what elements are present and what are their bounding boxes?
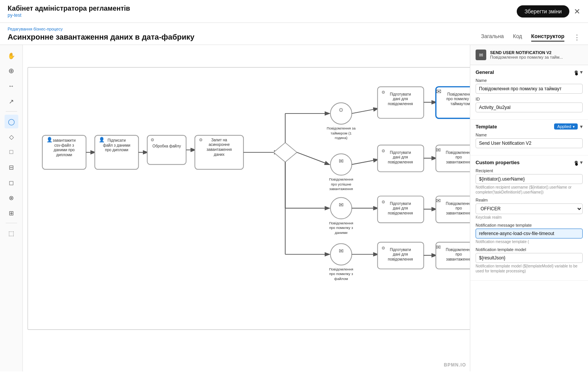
svg-text:про успішне: про успішне xyxy=(331,182,351,186)
tab-general[interactable]: Загальна xyxy=(481,33,504,42)
id-field-input[interactable] xyxy=(476,102,583,112)
svg-text:завантаження: завантаження xyxy=(446,160,470,164)
template-section-controls: Applied ▾ ▾ xyxy=(554,123,583,130)
svg-text:Повідомлення: Повідомлення xyxy=(446,202,470,206)
template-section-header: Template Applied ▾ ▾ xyxy=(476,123,583,130)
panel-header-icon: ✉ xyxy=(476,50,486,60)
svg-rect-79 xyxy=(436,196,470,223)
svg-text:Підготувати: Підготувати xyxy=(390,92,411,96)
svg-text:про помилку за: про помилку за xyxy=(446,97,470,101)
subprocess-tool-button[interactable]: ⊟ xyxy=(5,160,18,174)
realm-field-group: Realm OFFICER CITIZEN Keycloak realm xyxy=(476,198,583,220)
applied-badge-label: Applied xyxy=(557,124,571,129)
template-section: Template Applied ▾ ▾ Name xyxy=(470,120,588,155)
name-field-input[interactable] xyxy=(476,84,583,94)
sub-header: Редагування бізнес-процесу Асинхронне за… xyxy=(0,23,588,45)
svg-text:Запит на: Запит на xyxy=(211,138,227,142)
panel-header-title: SEND USER NOTIFICATION V2 xyxy=(490,50,583,55)
svg-text:Повідомлення: Повідомлення xyxy=(329,221,353,225)
close-button[interactable]: ✕ xyxy=(574,7,580,16)
svg-text:даних: даних xyxy=(214,152,224,157)
svg-text:повідомлення: повідомлення xyxy=(388,211,413,215)
select-tool-button[interactable]: ⬚ xyxy=(5,226,18,240)
rectangle-tool-button[interactable]: □ xyxy=(5,145,18,159)
svg-text:про помилку з: про помилку з xyxy=(329,272,353,276)
svg-text:дані для: дані для xyxy=(393,252,408,256)
svg-text:про помилку з: про помилку з xyxy=(329,226,353,230)
app-title: Кабінет адміністратора регламентів xyxy=(8,5,130,13)
toolbar-separator-2 xyxy=(6,223,17,223)
svg-point-50 xyxy=(330,154,352,175)
svg-text:файл з даними: файл з даними xyxy=(103,143,130,147)
svg-text:Підготувати: Підготувати xyxy=(390,202,411,206)
svg-text:Обробка файлу: Обробка файлу xyxy=(152,144,181,148)
page-tool-button[interactable]: ◻ xyxy=(5,176,18,189)
notification-template-hint: Notification message template ( xyxy=(476,239,583,244)
svg-point-84 xyxy=(330,244,352,265)
bpmn-canvas[interactable]: завантажити csv-файл з даними про диплом… xyxy=(23,45,470,371)
svg-text:таймером (1: таймером (1 xyxy=(331,131,352,135)
custom-properties-section: Custom properties ● ▾ Recipient Notifica… xyxy=(470,155,588,281)
template-model-hint: Notification template model (${templateM… xyxy=(476,264,583,274)
svg-text:Підписати: Підписати xyxy=(107,138,126,142)
template-model-label: Notification template model xyxy=(476,247,583,252)
save-button[interactable]: Зберегти зміни xyxy=(517,5,569,18)
svg-text:✉: ✉ xyxy=(339,158,344,164)
svg-text:csv-файл з: csv-файл з xyxy=(54,143,74,147)
svg-text:дані для: дані для xyxy=(393,155,408,159)
realm-select[interactable]: OFFICER CITIZEN xyxy=(476,203,583,214)
recipient-hint: Notification recipient username (${initi… xyxy=(476,185,583,195)
connect-tool-button[interactable]: ↗ xyxy=(5,94,18,108)
circle-tool-button[interactable]: ◯ xyxy=(5,115,18,128)
left-toolbar: ✋ ⊕ ↔ ↗ ◯ ◇ □ ⊟ ◻ ⊗ ⊞ ⬚ xyxy=(0,45,23,371)
template-name-input[interactable] xyxy=(476,138,583,148)
applied-badge[interactable]: Applied ▾ xyxy=(554,123,578,130)
general-dot[interactable]: ● xyxy=(575,70,578,74)
svg-text:⚙: ⚙ xyxy=(381,90,385,94)
svg-text:про: про xyxy=(455,155,462,159)
general-chevron[interactable]: ▾ xyxy=(580,69,583,75)
template-model-input[interactable] xyxy=(476,253,583,263)
svg-text:👤: 👤 xyxy=(46,137,53,143)
hand-tool-button[interactable]: ✋ xyxy=(5,49,18,62)
panel-header-text: SEND USER NOTIFICATION V2 Повідомлення п… xyxy=(490,50,583,59)
create-tool-button[interactable]: ⊕ xyxy=(5,64,18,78)
id-field-group: ID xyxy=(476,97,583,112)
panel-tool-button[interactable]: ⊞ xyxy=(5,206,18,220)
id-field-label: ID xyxy=(476,97,583,101)
svg-text:файлом: файлом xyxy=(334,277,348,281)
custom-properties-header: Custom properties ● ▾ xyxy=(476,159,583,165)
panel-header-subtitle: Повідомлення про помилку за тайм... xyxy=(490,55,583,59)
svg-text:Підготувати: Підготувати xyxy=(390,150,411,155)
main-content: ✋ ⊕ ↔ ↗ ◯ ◇ □ ⊟ ◻ ⊗ ⊞ ⬚ завантажити csv-… xyxy=(0,45,588,371)
more-options-button[interactable]: ⋮ xyxy=(574,33,580,42)
svg-text:завантаження: завантаження xyxy=(329,187,353,191)
tab-constructor[interactable]: Конструктор xyxy=(531,33,564,42)
realm-hint: Keycloak realm xyxy=(476,215,583,220)
svg-text:Повідомлення: Повідомлення xyxy=(329,177,353,181)
space-tool-button[interactable]: ↔ xyxy=(5,79,18,93)
bpmn-watermark: BPMN.IO xyxy=(444,362,466,368)
recipient-input[interactable] xyxy=(476,174,583,184)
template-name-field-group: Name xyxy=(476,133,583,148)
app-header: Кабінет адміністратора регламентів py-te… xyxy=(0,0,588,23)
notification-template-input[interactable] xyxy=(476,229,583,238)
panel-header: ✉ SEND USER NOTIFICATION V2 Повідомлення… xyxy=(470,45,588,65)
svg-text:про: про xyxy=(455,206,462,210)
tab-code[interactable]: Код xyxy=(513,33,522,42)
gateway-tool-button[interactable]: ◇ xyxy=(5,130,18,144)
template-chevron[interactable]: ▾ xyxy=(580,123,583,130)
svg-text:Повідомлення за: Повідомлення за xyxy=(327,126,356,130)
svg-text:дані для: дані для xyxy=(393,97,408,101)
svg-text:✉: ✉ xyxy=(339,202,344,208)
svg-text:про: про xyxy=(455,252,462,256)
custom-chevron[interactable]: ▾ xyxy=(580,159,583,165)
svg-text:⚙: ⚙ xyxy=(199,138,203,142)
database-tool-button[interactable]: ⊗ xyxy=(5,191,18,205)
svg-text:⚙: ⚙ xyxy=(381,246,385,250)
custom-dot[interactable]: ● xyxy=(575,161,578,164)
bpmn-diagram: завантажити csv-файл з даними про диплом… xyxy=(23,45,470,371)
realm-label: Realm xyxy=(476,198,583,202)
svg-text:повідомлення: повідомлення xyxy=(388,102,413,106)
svg-text:повідомлення: повідомлення xyxy=(388,257,413,261)
